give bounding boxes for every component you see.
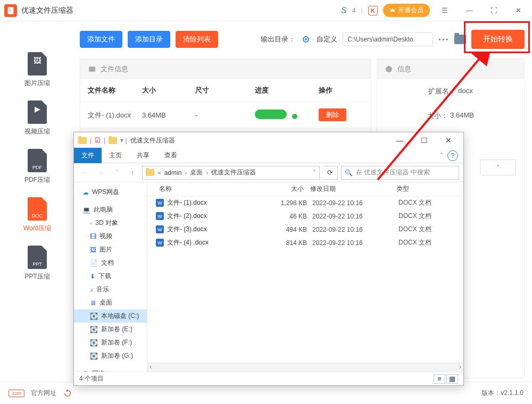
tree-item[interactable]: 📄文档: [74, 256, 147, 270]
docx-icon: [156, 199, 164, 207]
member-button[interactable]: 开通会员: [383, 4, 430, 17]
site-link[interactable]: 官方网址: [31, 389, 56, 398]
refresh-icon[interactable]: ⟳: [323, 166, 338, 180]
info-header: 信息: [377, 59, 524, 79]
file-name: 文件- (1).docx: [167, 198, 207, 207]
file-name: 文件- (4) .docx: [167, 238, 209, 247]
list-item[interactable]: 文件- (3).docx494 KB2022-09-22 10:16DOCX 文…: [147, 223, 463, 236]
titlebar: 优速文件压缩器 S 4 | K 开通会员 ☰ — ⛶ ✕: [0, 0, 532, 21]
list-item[interactable]: 文件- (1).docx1,298 KB2022-09-22 10:16DOCX…: [147, 196, 463, 209]
svg-point-5: [386, 66, 392, 72]
explorer-search[interactable]: 🔍 在 优速文件压缩器 中搜索: [341, 166, 459, 180]
convert-button[interactable]: 开始转换: [471, 30, 525, 49]
file-type: DOCX 文档: [393, 212, 441, 221]
explorer-minimize-icon[interactable]: —: [389, 133, 410, 148]
view-large-icon[interactable]: ▦: [446, 374, 458, 384]
k-icon[interactable]: K: [368, 6, 378, 15]
svg-rect-0: [8, 7, 14, 14]
breadcrumb-item[interactable]: 优速文件压缩器: [209, 168, 258, 177]
explorer-tabs: 文件 主页 共享 查看 ˅ ?: [74, 148, 463, 163]
col-size[interactable]: 大小: [262, 184, 307, 193]
breadcrumb-item[interactable]: 桌面: [188, 168, 205, 177]
tree-item[interactable]: ▫3D 对象: [74, 216, 147, 230]
custom-radio[interactable]: [303, 36, 309, 43]
col-action: 操作: [319, 86, 361, 95]
explorer-window: | ☑ | ▾ | 优速文件压缩器 — ☐ ✕ 文件 主页 共享 查看 ˅ ? …: [73, 132, 464, 386]
info-size: 大小：3.64MB: [377, 104, 524, 128]
minimize-icon[interactable]: —: [460, 1, 479, 20]
up-icon[interactable]: ↑: [126, 166, 139, 179]
breadcrumb[interactable]: « admin › 桌面 › 优速文件压缩器 ˅: [142, 166, 320, 180]
maximize-icon[interactable]: ⛶: [484, 1, 503, 20]
sidebar-item-image[interactable]: 🖼 图片压缩: [0, 52, 74, 88]
clear-list-button[interactable]: 清除列表: [176, 31, 218, 48]
file-type: DOCX 文档: [393, 238, 441, 247]
search-placeholder: 在 优速文件压缩器 中搜索: [356, 168, 430, 177]
tree-wps[interactable]: ☁WPS网盘: [74, 186, 147, 199]
add-folder-button[interactable]: 添加目录: [128, 31, 170, 48]
tree-item[interactable]: 💽新加卷 (F:): [74, 336, 147, 349]
recent-icon[interactable]: ˅: [110, 166, 123, 179]
sidebar-item-label: PPT压缩: [24, 272, 49, 281]
list-item[interactable]: 文件- (2).docx46 KB2022-09-22 10:16DOCX 文档: [147, 209, 463, 223]
tab-view[interactable]: 查看: [157, 148, 185, 163]
sidebar-item-pdf[interactable]: PDF PDF压缩: [0, 149, 74, 184]
col-type[interactable]: 类型: [393, 184, 441, 193]
col-name[interactable]: 名称: [156, 184, 262, 193]
tree-item[interactable]: 🎞视频: [74, 230, 147, 243]
explorer-close-icon[interactable]: ✕: [438, 133, 459, 148]
view-details-icon[interactable]: ≡: [434, 374, 445, 384]
sidebar: 🖼 图片压缩 ▶ 视频压缩 PDF PDF压缩 DOC Word压缩 PPT P…: [0, 41, 74, 294]
tree-item[interactable]: ⬇下载: [74, 270, 147, 283]
docx-icon: [156, 212, 164, 220]
dropdown[interactable]: ˅: [480, 159, 516, 175]
sidebar-item-video[interactable]: ▶ 视频压缩: [0, 100, 74, 136]
folder-icon[interactable]: [454, 35, 466, 44]
svg-rect-3: [10, 11, 10, 12]
file-size: 1,298 KB: [262, 199, 307, 207]
tree-pc[interactable]: 💻此电脑: [74, 203, 147, 216]
file-date: 2022-09-22 10:16: [307, 226, 393, 233]
refresh-icon[interactable]: [63, 389, 72, 398]
tab-home[interactable]: 主页: [102, 148, 129, 163]
output-path-input[interactable]: [343, 32, 433, 46]
menu-icon[interactable]: ☰: [435, 1, 454, 20]
s-logo: S: [341, 6, 347, 15]
help-icon[interactable]: ?: [447, 150, 458, 161]
col-date[interactable]: 修改日期: [307, 184, 393, 193]
file-name: 文件- (2).docx: [167, 212, 207, 221]
delete-button[interactable]: 删除: [319, 108, 346, 121]
file-size: 814 KB: [262, 239, 307, 247]
breadcrumb-item[interactable]: admin: [162, 169, 184, 176]
add-file-button[interactable]: 添加文件: [80, 31, 122, 48]
tree-item-selected[interactable]: 💽本地磁盘 (C:): [74, 309, 147, 323]
list-item[interactable]: 文件- (4) .docx814 KB2022-09-22 10:16DOCX …: [147, 236, 463, 249]
tree-item[interactable]: 💽新加卷 (G:): [74, 349, 147, 363]
tree-item[interactable]: 💽新加卷 (E:): [74, 323, 147, 336]
sidebar-item-label: Word压缩: [23, 224, 51, 233]
file-size: 3.64MB: [142, 111, 195, 119]
file-row[interactable]: 文件- (1).docx 3.64MB - 删除: [80, 102, 371, 129]
file-date: 2022-09-22 10:16: [307, 199, 393, 207]
more-dots-icon[interactable]: •••: [438, 36, 449, 44]
version: 版本：v2.1.1.0: [481, 389, 523, 398]
chevron-down-icon[interactable]: ˅: [440, 152, 443, 159]
back-icon[interactable]: ←: [78, 166, 91, 179]
col-size: 大小: [142, 86, 195, 95]
tree-item[interactable]: 🖥桌面: [74, 296, 147, 309]
sidebar-item-word[interactable]: DOC Word压缩: [0, 197, 74, 233]
close-icon[interactable]: ✕: [509, 1, 528, 20]
app-title: 优速文件压缩器: [21, 6, 73, 15]
horizontal-scrollbar[interactable]: [147, 363, 463, 372]
tab-file[interactable]: 文件: [74, 148, 102, 163]
col-dim: 尺寸: [195, 86, 255, 95]
explorer-maximize-icon[interactable]: ☐: [413, 133, 435, 148]
toolbar: 添加文件 添加目录 清除列表 输出目录： 自定义 ••• 开始转换: [80, 30, 525, 49]
tree-item[interactable]: 🖼图片: [74, 243, 147, 256]
forward-icon[interactable]: →: [94, 166, 107, 179]
tree-network[interactable]: 🖧网络: [74, 367, 147, 372]
tab-share[interactable]: 共享: [129, 148, 157, 163]
tree-item[interactable]: ♪音乐: [74, 283, 147, 296]
sidebar-item-ppt[interactable]: PPT PPT压缩: [0, 246, 74, 281]
s-number: 4: [352, 7, 356, 14]
